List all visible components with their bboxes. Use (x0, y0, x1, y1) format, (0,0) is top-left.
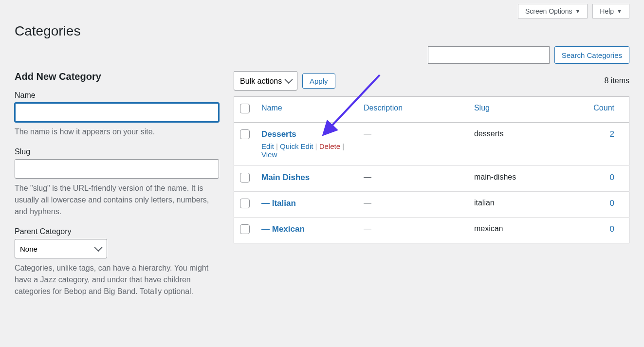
category-name-link[interactable]: — Mexican (261, 224, 305, 234)
row-checkbox[interactable] (240, 199, 250, 208)
slug-label: Slug (15, 147, 219, 156)
slug-cell: main-dishes (468, 166, 586, 192)
caret-down-icon: ▼ (575, 8, 580, 14)
quick-edit-link[interactable]: Quick Edit (280, 142, 313, 150)
name-description: The name is how it appears on your site. (15, 126, 219, 138)
row-checkbox[interactable] (240, 173, 250, 183)
count-link[interactable]: 0 (610, 224, 614, 234)
table-row: DessertsEdit | Quick Edit | Delete | Vie… (234, 123, 629, 166)
search-categories-button[interactable]: Search Categories (554, 46, 629, 64)
count-link[interactable]: 0 (610, 173, 614, 182)
apply-button[interactable]: Apply (302, 73, 335, 89)
table-row: — Italian—italian0 (234, 192, 629, 218)
edit-link[interactable]: Edit (261, 142, 274, 150)
slug-cell: mexican (468, 218, 586, 243)
slug-input[interactable] (15, 159, 219, 179)
row-checkbox[interactable] (240, 224, 250, 234)
page-title: Categories (15, 23, 629, 39)
table-row: — Mexican—mexican0 (234, 218, 629, 243)
category-name-link[interactable]: — Italian (261, 199, 296, 208)
select-all-checkbox[interactable] (240, 104, 250, 113)
name-label: Name (15, 91, 219, 100)
count-link[interactable]: 2 (610, 129, 614, 139)
row-actions: Edit | Quick Edit | Delete | View (261, 142, 352, 159)
description-cell: — (364, 173, 371, 181)
col-description[interactable]: Description (364, 104, 403, 112)
col-slug[interactable]: Slug (474, 104, 490, 112)
parent-category-select[interactable]: None (15, 239, 107, 258)
category-name-link[interactable]: Main Dishes (261, 173, 310, 182)
caret-down-icon: ▼ (617, 8, 622, 14)
items-count: 8 items (604, 76, 629, 85)
search-input[interactable] (428, 46, 550, 64)
slug-description: The "slug" is the URL-friendly version o… (15, 183, 219, 218)
description-cell: — (364, 224, 371, 233)
slug-cell: desserts (468, 123, 586, 166)
help-label: Help (600, 7, 614, 15)
table-row: Main Dishes—main-dishes0 (234, 166, 629, 192)
col-name[interactable]: Name (261, 104, 282, 112)
description-cell: — (364, 129, 371, 138)
delete-link[interactable]: Delete (319, 142, 340, 150)
name-input[interactable] (15, 103, 219, 122)
col-count[interactable]: Count (593, 104, 614, 112)
view-link[interactable]: View (261, 150, 277, 159)
parent-description: Categories, unlike tags, can have a hier… (15, 262, 219, 297)
category-name-link[interactable]: Desserts (261, 129, 296, 139)
screen-options-label: Screen Options (525, 7, 572, 15)
help-button[interactable]: Help ▼ (592, 4, 629, 18)
row-checkbox[interactable] (240, 129, 250, 139)
screen-options-button[interactable]: Screen Options ▼ (518, 4, 588, 18)
categories-table: Name Description Slug Count DessertsEdit… (234, 96, 629, 243)
parent-label: Parent Category (15, 227, 219, 236)
bulk-actions-select[interactable]: Bulk actions (234, 71, 297, 91)
slug-cell: italian (468, 192, 586, 218)
add-new-heading: Add New Category (15, 71, 219, 82)
description-cell: — (364, 199, 371, 207)
count-link[interactable]: 0 (610, 199, 614, 208)
